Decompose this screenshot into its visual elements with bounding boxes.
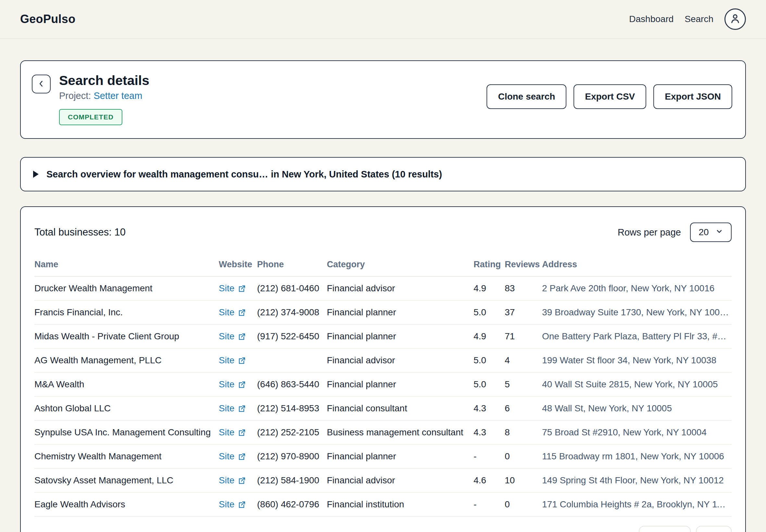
address: 115 Broadway rm 1801, New York, NY 10006 — [542, 451, 732, 462]
top-nav: GeoPulso Dashboard Search — [0, 0, 766, 39]
rating: 5.0 — [474, 307, 505, 318]
business-name: AG Wealth Management, PLLC — [34, 355, 219, 366]
site-link[interactable]: Site — [219, 403, 246, 414]
site-link[interactable]: Site — [219, 355, 246, 366]
reviews: 37 — [505, 307, 542, 318]
details-header: Search details Project: Setter team COMP… — [59, 73, 149, 125]
rating: 4.9 — [474, 331, 505, 342]
export-json-button[interactable]: Export JSON — [653, 84, 732, 109]
details-actions: Clone search Export CSV Export JSON — [487, 84, 732, 109]
rating: - — [474, 451, 505, 462]
external-link-icon — [238, 308, 246, 317]
avatar[interactable] — [724, 8, 746, 30]
table-toolbar: Total businesses: 10 Rows per page 20 — [34, 223, 732, 242]
col-header-address: Address — [542, 260, 732, 270]
category: Business management consultant — [327, 427, 474, 438]
export-csv-button[interactable]: Export CSV — [574, 84, 646, 109]
col-header-rating: Rating — [474, 260, 505, 270]
website-cell: Site — [219, 283, 257, 294]
back-button[interactable] — [32, 75, 51, 93]
nav-search[interactable]: Search — [685, 14, 713, 24]
overview-summary: Search overview for wealth management co… — [46, 169, 442, 180]
category: Financial advisor — [327, 355, 474, 366]
total-businesses: Total businesses: 10 — [34, 226, 126, 238]
address: 2 Park Ave 20th floor, New York, NY 1001… — [542, 283, 732, 294]
phone: (646) 863-5440 — [257, 379, 327, 390]
phone: (860) 462-0796 — [257, 499, 327, 510]
category: Financial institution — [327, 499, 474, 510]
external-link-icon — [238, 405, 246, 413]
business-name: Midas Wealth - Private Client Group — [34, 331, 219, 342]
external-link-icon — [238, 429, 246, 437]
reviews: 83 — [505, 283, 542, 294]
table-row: M&A WealthSite(646) 863-5440Financial pl… — [34, 373, 732, 397]
nav-links: Dashboard Search — [629, 8, 746, 30]
search-overview-accordion[interactable]: Search overview for wealth management co… — [20, 157, 746, 191]
nav-dashboard[interactable]: Dashboard — [629, 14, 674, 24]
business-name: Satovsky Asset Management, LLC — [34, 475, 219, 486]
site-link[interactable]: Site — [219, 499, 246, 510]
rows-per-page-select[interactable]: 20 — [690, 223, 732, 242]
rows-per-page: Rows per page 20 — [618, 223, 732, 242]
rating: 4.9 — [474, 283, 505, 294]
col-header-phone: Phone — [257, 260, 327, 270]
address: 75 Broad St #2910, New York, NY 10004 — [542, 427, 732, 438]
business-name: Eagle Wealth Advisors — [34, 499, 219, 510]
site-link[interactable]: Site — [219, 475, 246, 486]
page-title: Search details — [59, 73, 149, 88]
address: One Battery Park Plaza, Battery Pl Flr 3… — [542, 331, 732, 342]
site-link[interactable]: Site — [219, 307, 246, 318]
col-header-website: Website — [219, 260, 257, 270]
reviews: 10 — [505, 475, 542, 486]
address: 40 Wall St Suite 2815, New York, NY 1000… — [542, 379, 732, 390]
external-link-icon — [238, 501, 246, 509]
external-link-icon — [238, 381, 246, 389]
clone-search-button[interactable]: Clone search — [487, 84, 566, 109]
category: Financial planner — [327, 451, 474, 462]
site-link[interactable]: Site — [219, 427, 246, 438]
chevron-left-icon — [37, 79, 45, 89]
table-row: Drucker Wealth ManagementSite(212) 681-0… — [34, 277, 732, 301]
pagination — [34, 526, 732, 532]
table-row: AG Wealth Management, PLLCSiteFinancial … — [34, 349, 732, 373]
table-row: Synpulse USA Inc. Management ConsultingS… — [34, 421, 732, 445]
external-link-icon — [238, 453, 246, 461]
external-link-icon — [238, 477, 246, 485]
category: Financial advisor — [327, 283, 474, 294]
project-link[interactable]: Setter team — [93, 91, 142, 101]
website-cell: Site — [219, 355, 257, 366]
address: 48 Wall St, New York, NY 10005 — [542, 403, 732, 414]
table-row: Satovsky Asset Management, LLCSite(212) … — [34, 469, 732, 493]
website-cell: Site — [219, 451, 257, 462]
pagination-prev-button[interactable] — [639, 526, 691, 532]
category: Financial consultant — [327, 403, 474, 414]
site-link[interactable]: Site — [219, 379, 246, 390]
business-name: Drucker Wealth Management — [34, 283, 219, 294]
business-name: M&A Wealth — [34, 379, 219, 390]
business-name: Chemistry Wealth Management — [34, 451, 219, 462]
site-link[interactable]: Site — [219, 451, 246, 462]
disclosure-triangle-icon — [33, 171, 39, 178]
pagination-next-button[interactable] — [696, 526, 732, 532]
table-row: Midas Wealth - Private Client GroupSite(… — [34, 325, 732, 349]
reviews: 5 — [505, 379, 542, 390]
business-name: Synpulse USA Inc. Management Consulting — [34, 427, 219, 438]
search-details-card: Search details Project: Setter team COMP… — [20, 60, 746, 139]
site-link[interactable]: Site — [219, 283, 246, 294]
category: Financial planner — [327, 331, 474, 342]
site-link[interactable]: Site — [219, 331, 246, 342]
phone: (212) 374-9008 — [257, 307, 327, 318]
phone: (212) 514-8953 — [257, 403, 327, 414]
business-name: Francis Financial, Inc. — [34, 307, 219, 318]
address: 149 Spring St 4th Floor, New York, NY 10… — [542, 475, 732, 486]
address: 171 Columbia Heights # 2a, Brooklyn, NY … — [542, 499, 732, 510]
rows-per-page-value: 20 — [699, 227, 709, 237]
website-cell: Site — [219, 379, 257, 390]
reviews: 0 — [505, 499, 542, 510]
col-header-reviews: Reviews — [505, 260, 542, 270]
category: Financial planner — [327, 307, 474, 318]
phone: (212) 252-2105 — [257, 427, 327, 438]
app-logo[interactable]: GeoPulso — [20, 12, 75, 26]
table-row: Ashton Global LLCSite(212) 514-8953Finan… — [34, 397, 732, 421]
rating: 4.6 — [474, 475, 505, 486]
